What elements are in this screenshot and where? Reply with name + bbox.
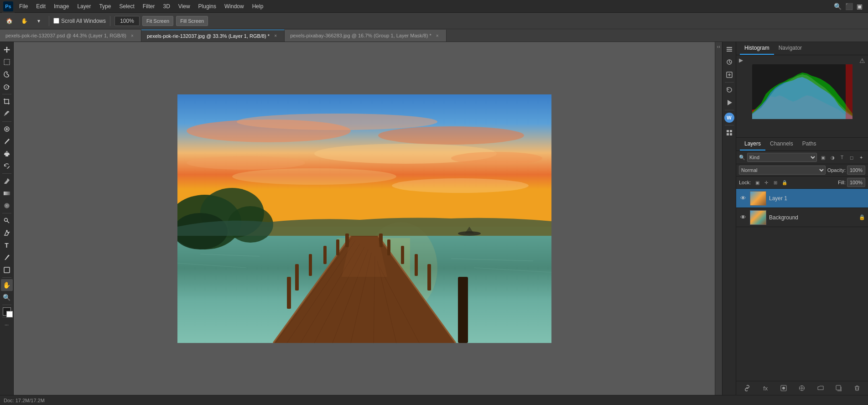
home-button[interactable]: 🏠 — [3, 15, 16, 27]
libraries-panel-icon[interactable]: W — [724, 112, 735, 123]
styles-panel-icon[interactable] — [724, 69, 735, 80]
menu-file[interactable]: File — [16, 2, 31, 10]
lock-artboard-icon[interactable]: ⊞ — [772, 179, 779, 186]
svg-rect-54 — [458, 277, 468, 343]
blend-mode-dropdown[interactable]: Normal — [739, 166, 826, 175]
healing-brush-tool[interactable] — [1, 123, 13, 135]
new-layer-icon[interactable] — [834, 383, 844, 393]
scroll-all-checkbox-input[interactable] — [53, 18, 59, 24]
lasso-tool[interactable] — [1, 68, 13, 80]
properties-panel-icon[interactable] — [724, 44, 735, 55]
workspace-icon[interactable]: ▣ — [857, 3, 863, 10]
delete-layer-icon[interactable] — [852, 383, 862, 393]
layer-fx-icon[interactable]: fx — [760, 383, 770, 393]
type-filter-icon[interactable]: T — [838, 153, 846, 161]
opacity-input[interactable] — [847, 166, 865, 175]
fit-screen-button[interactable]: Fit Screen — [142, 16, 173, 26]
menu-type[interactable]: Type — [95, 2, 114, 10]
layer-row-layer1[interactable]: 👁 Layer 1 — [736, 189, 868, 208]
shape-filter-icon[interactable]: ◻ — [847, 153, 856, 161]
foreground-color[interactable] — [3, 307, 11, 316]
navigator-tab[interactable]: Navigator — [774, 42, 806, 55]
zoom-level-input[interactable] — [114, 16, 140, 26]
svg-rect-61 — [727, 49, 732, 50]
tab-jpg-close[interactable]: × — [272, 33, 279, 39]
layer1-visibility-eye[interactable]: 👁 — [739, 194, 747, 202]
background-visibility-eye[interactable]: 👁 — [739, 213, 747, 222]
menu-edit[interactable]: Edit — [32, 2, 49, 10]
adjustments-panel-icon[interactable] — [724, 57, 735, 68]
histogram-refresh-icon[interactable]: ▶ — [739, 57, 743, 63]
menu-view[interactable]: View — [175, 2, 194, 10]
svg-rect-47 — [295, 264, 299, 291]
blur-tool[interactable] — [1, 200, 13, 212]
shape-tool[interactable] — [1, 264, 13, 276]
layer-mask-icon[interactable] — [779, 383, 789, 393]
panel-icon-column: W — [722, 42, 736, 395]
fill-screen-button[interactable]: Fill Screen — [176, 16, 208, 26]
separator-1 — [49, 16, 49, 26]
svg-rect-5 — [4, 192, 10, 195]
more-panels-icon[interactable] — [724, 127, 735, 138]
layer-adjustment-icon[interactable] — [797, 383, 807, 393]
svg-rect-66 — [727, 130, 729, 132]
menu-layer[interactable]: Layer — [73, 2, 94, 10]
background-color[interactable] — [6, 311, 13, 317]
quick-select-tool[interactable] — [1, 81, 13, 93]
move-tool[interactable] — [1, 44, 13, 56]
layer-row-background[interactable]: 👁 Background 🔒 — [736, 208, 868, 227]
actions-panel-icon[interactable] — [724, 97, 735, 108]
fill-input[interactable] — [847, 178, 865, 187]
eyedropper-tool[interactable] — [1, 108, 13, 120]
clone-stamp-tool[interactable] — [1, 148, 13, 160]
app-logo: Ps — [2, 0, 15, 13]
path-selection-tool[interactable] — [1, 252, 13, 264]
tab-pixabay[interactable]: pexels-pixabay-366283.jpg @ 16.7% (Group… — [285, 30, 447, 42]
hand-tool[interactable]: ✋ — [1, 279, 13, 291]
menu-help[interactable]: Help — [249, 2, 267, 10]
tab-psd[interactable]: pexels-pok-rie-132037.psd @ 44.3% (Layer… — [0, 30, 141, 42]
menu-filter[interactable]: Filter — [139, 2, 159, 10]
more-tools[interactable]: ··· — [1, 319, 13, 331]
arrange-windows-icon[interactable]: ⬛ — [845, 3, 853, 10]
svg-point-22 — [232, 168, 396, 185]
channels-tab[interactable]: Channels — [765, 138, 798, 151]
scroll-all-windows-checkbox[interactable]: Scroll All Windows — [53, 18, 106, 24]
lock-pixels-icon[interactable]: ▣ — [754, 179, 761, 186]
search-icon[interactable]: 🔍 — [834, 3, 842, 10]
lock-position-icon[interactable]: ✛ — [763, 179, 770, 186]
brush-tool[interactable] — [1, 135, 13, 147]
crop-tool[interactable] — [1, 96, 13, 108]
layer-kind-dropdown[interactable]: Kind — [747, 153, 817, 162]
menu-select[interactable]: Select — [115, 2, 138, 10]
tool-dropdown-arrow[interactable]: ▾ — [33, 15, 45, 27]
layer-group-icon[interactable] — [816, 383, 826, 393]
pen-tool[interactable] — [1, 227, 13, 239]
history-brush-tool[interactable] — [1, 160, 13, 172]
type-tool[interactable]: T — [1, 239, 13, 251]
zoom-tool[interactable]: 🔍 — [1, 291, 13, 303]
eraser-tool[interactable] — [1, 175, 13, 187]
paths-tab[interactable]: Paths — [798, 138, 821, 151]
histogram-tab[interactable]: Histogram — [740, 42, 774, 55]
svg-rect-51 — [401, 246, 404, 264]
menu-image[interactable]: Image — [50, 2, 73, 10]
lock-icons-group: ▣ ✛ ⊞ 🔒 — [754, 179, 788, 186]
tab-pixabay-close[interactable]: × — [434, 32, 441, 39]
lock-all-icon[interactable]: 🔒 — [781, 179, 788, 186]
adjustment-filter-icon[interactable]: ◑ — [828, 153, 837, 161]
pixel-filter-icon[interactable]: ▣ — [819, 153, 827, 161]
menu-3d[interactable]: 3D — [159, 2, 173, 10]
smart-object-filter-icon[interactable]: ✦ — [857, 153, 865, 161]
panel-collapse-arrow[interactable]: ‹‹ — [715, 42, 722, 395]
menu-window[interactable]: Window — [221, 2, 248, 10]
gradient-tool[interactable] — [1, 187, 13, 199]
tab-psd-close[interactable]: × — [129, 32, 135, 39]
tab-jpg-active[interactable]: pexels-pok-rie-132037.jpg @ 33.3% (Layer… — [141, 30, 285, 42]
history-panel-icon[interactable] — [724, 84, 735, 95]
menu-plugins[interactable]: Plugins — [195, 2, 220, 10]
marquee-tool[interactable] — [1, 56, 13, 68]
layer-link-icon[interactable] — [742, 383, 752, 393]
dodge-tool[interactable] — [1, 215, 13, 227]
layers-tab[interactable]: Layers — [740, 138, 765, 151]
